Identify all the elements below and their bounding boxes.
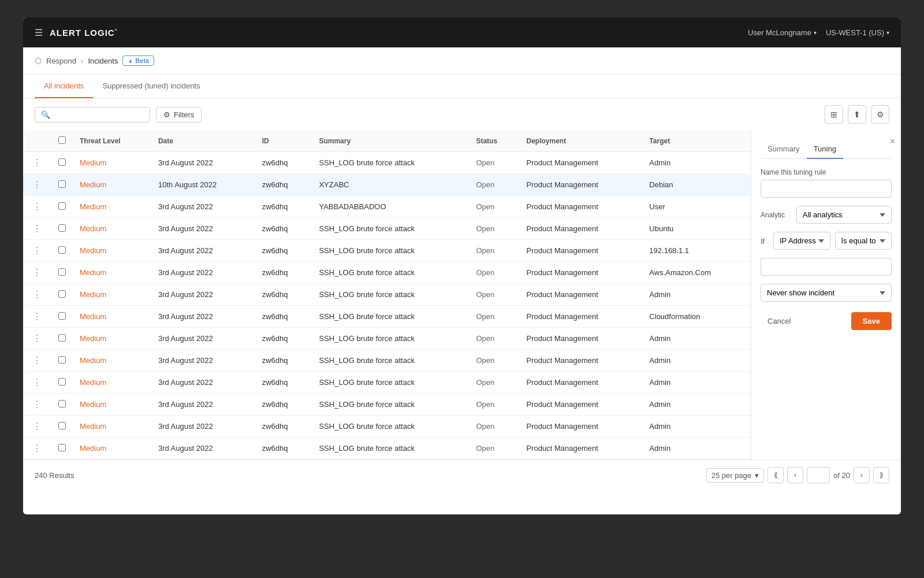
row-checkbox-cell[interactable]	[51, 240, 73, 262]
row-menu-cell[interactable]: ⋮	[23, 284, 51, 306]
row-checkbox-cell[interactable]	[51, 350, 73, 372]
row-checkbox[interactable]	[58, 246, 66, 254]
row-menu-icon[interactable]: ⋮	[30, 158, 44, 168]
row-checkbox-cell[interactable]	[51, 152, 73, 174]
user-menu[interactable]: User McLongname ▾	[748, 28, 817, 37]
filter-button[interactable]: ⚙ Filters	[156, 107, 202, 123]
close-button[interactable]: ×	[890, 136, 895, 147]
region-menu[interactable]: US-WEST-1 (US) ▾	[826, 28, 889, 37]
row-menu-icon[interactable]: ⋮	[30, 443, 44, 453]
row-menu-cell[interactable]: ⋮	[23, 218, 51, 240]
row-menu-cell[interactable]: ⋮	[23, 240, 51, 262]
export-button[interactable]: ⬆	[848, 105, 866, 124]
row-checkbox-cell[interactable]	[51, 218, 73, 240]
row-deployment: Product Management	[520, 438, 643, 460]
row-checkbox-cell[interactable]	[51, 372, 73, 394]
row-checkbox[interactable]	[58, 312, 66, 320]
row-threat: Medium	[73, 328, 151, 350]
page-input[interactable]: 1	[807, 467, 830, 483]
condition-select[interactable]: IP Address Host User	[773, 232, 830, 250]
search-input[interactable]	[54, 110, 144, 119]
row-checkbox[interactable]	[58, 180, 66, 188]
row-menu-cell[interactable]: ⋮	[23, 372, 51, 394]
row-checkbox-cell[interactable]	[51, 284, 73, 306]
row-date: 3rd August 2022	[151, 152, 255, 174]
prev-page-button[interactable]: ‹	[787, 467, 803, 483]
row-menu-cell[interactable]: ⋮	[23, 152, 51, 174]
row-menu-icon[interactable]: ⋮	[30, 421, 44, 431]
table-row: ⋮ Medium 3rd August 2022 zw6dhq SSH_LOG …	[23, 306, 751, 328]
breadcrumb-respond[interactable]: Respond	[46, 57, 76, 65]
row-checkbox-cell[interactable]	[51, 174, 73, 196]
columns-button[interactable]: ⊞	[825, 105, 843, 124]
operator-select[interactable]: Is equal to Contains Starts with	[835, 232, 892, 250]
row-checkbox-cell[interactable]	[51, 394, 73, 416]
row-menu-cell[interactable]: ⋮	[23, 196, 51, 218]
row-id: zw6dhq	[255, 372, 312, 394]
row-checkbox-cell[interactable]	[51, 196, 73, 218]
row-date: 3rd August 2022	[151, 438, 255, 460]
row-menu-icon[interactable]: ⋮	[30, 268, 44, 277]
next-page-button[interactable]: ›	[854, 467, 870, 483]
row-checkbox-cell[interactable]	[51, 416, 73, 438]
cancel-button[interactable]: Cancel	[761, 312, 798, 330]
row-menu-icon[interactable]: ⋮	[30, 355, 44, 365]
value-input[interactable]: 192.168.1.1	[761, 258, 892, 276]
row-menu-icon[interactable]: ⋮	[30, 377, 44, 387]
last-page-button[interactable]: ⟫	[873, 467, 889, 483]
row-menu-cell[interactable]: ⋮	[23, 416, 51, 438]
tab-all-incidents[interactable]: All incidents	[35, 75, 93, 98]
row-menu-cell[interactable]: ⋮	[23, 438, 51, 460]
row-checkbox[interactable]	[58, 290, 66, 298]
row-checkbox[interactable]	[58, 356, 66, 364]
row-checkbox[interactable]	[58, 400, 66, 407]
row-checkbox[interactable]	[58, 378, 66, 386]
row-menu-cell[interactable]: ⋮	[23, 328, 51, 350]
row-checkbox-cell[interactable]	[51, 328, 73, 350]
row-id: zw6dhq	[255, 240, 312, 262]
select-all-checkbox[interactable]	[58, 136, 66, 144]
row-checkbox-cell[interactable]	[51, 262, 73, 284]
row-menu-icon[interactable]: ⋮	[30, 334, 44, 343]
row-checkbox-cell[interactable]	[51, 438, 73, 460]
row-summary: XYZABC	[312, 174, 469, 196]
per-page-select[interactable]: 25 per page ▾	[706, 468, 764, 483]
row-menu-cell[interactable]: ⋮	[23, 306, 51, 328]
tab-suppressed-incidents[interactable]: Suppressed (tuned) incidents	[93, 75, 209, 98]
row-deployment: Product Management	[520, 328, 643, 350]
row-date: 10th August 2022	[151, 174, 255, 196]
row-menu-icon[interactable]: ⋮	[30, 312, 44, 321]
row-checkbox-cell[interactable]	[51, 306, 73, 328]
first-page-button[interactable]: ⟪	[767, 467, 784, 483]
row-menu-icon[interactable]: ⋮	[30, 224, 44, 234]
search-box[interactable]: 🔍	[35, 107, 150, 123]
name-rule-input[interactable]	[761, 180, 892, 198]
row-menu-icon[interactable]: ⋮	[30, 246, 44, 255]
settings-button[interactable]: ⚙	[871, 105, 889, 124]
row-checkbox[interactable]	[58, 224, 66, 232]
row-date: 3rd August 2022	[151, 394, 255, 416]
row-checkbox[interactable]	[58, 334, 66, 342]
row-menu-cell[interactable]: ⋮	[23, 394, 51, 416]
row-menu-cell[interactable]: ⋮	[23, 262, 51, 284]
hamburger-icon[interactable]: ☰	[35, 27, 43, 38]
row-menu-icon[interactable]: ⋮	[30, 399, 44, 409]
row-menu-icon[interactable]: ⋮	[30, 202, 44, 212]
panel-tab-summary[interactable]: Summary	[761, 140, 807, 159]
footer: 240 Results 25 per page ▾ ⟪ ‹ 1 of 20 ›	[23, 460, 901, 490]
row-checkbox[interactable]	[58, 422, 66, 429]
analytic-section: Analytic All analytics	[761, 206, 892, 224]
save-button[interactable]: Save	[851, 312, 892, 330]
action-select[interactable]: Never show incident Show as suppressed	[761, 284, 892, 302]
row-menu-icon[interactable]: ⋮	[30, 290, 44, 299]
row-target: Admin	[642, 284, 751, 306]
row-checkbox[interactable]	[58, 202, 66, 210]
row-checkbox[interactable]	[58, 158, 66, 166]
row-menu-icon[interactable]: ⋮	[30, 180, 44, 190]
analytic-select[interactable]: All analytics	[796, 206, 892, 224]
panel-tab-tuning[interactable]: Tuning	[807, 140, 843, 159]
row-checkbox[interactable]	[58, 444, 66, 451]
row-menu-cell[interactable]: ⋮	[23, 350, 51, 372]
row-checkbox[interactable]	[58, 268, 66, 276]
row-menu-cell[interactable]: ⋮	[23, 174, 51, 196]
